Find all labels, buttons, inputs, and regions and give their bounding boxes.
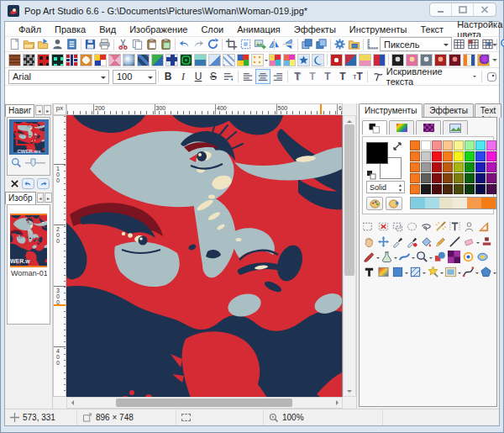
- text-tool-icon[interactable]: [362, 266, 376, 279]
- hatch-fill-icon[interactable]: [408, 266, 423, 279]
- text-size-button[interactable]: тT: [350, 69, 365, 84]
- scroll-right-arrow[interactable]: [332, 398, 342, 408]
- palette-swatch[interactable]: [465, 140, 475, 150]
- effect-glass-ball[interactable]: [123, 54, 135, 66]
- pencil-icon[interactable]: [433, 235, 448, 249]
- undo-arrow-icon[interactable]: [22, 178, 34, 189]
- nav-scroll-right[interactable]: ▸: [44, 105, 51, 115]
- move-icon[interactable]: [376, 235, 391, 249]
- effect-swirl-purple[interactable]: [477, 54, 490, 66]
- fill-style-select[interactable]: Solid ▲▼: [366, 181, 405, 193]
- pattern-icon[interactable]: [447, 251, 461, 264]
- title-bar[interactable]: Pop Art Studio 6.6 - G:\Documents\Pictur…: [1, 1, 503, 21]
- navigation-tab[interactable]: Навиг: [5, 104, 34, 117]
- palette-swatch[interactable]: [465, 173, 475, 183]
- undo-icon[interactable]: [177, 37, 192, 51]
- swap-colors-icon[interactable]: [391, 140, 403, 152]
- effect-frame[interactable]: [80, 54, 92, 66]
- palette-swatch[interactable]: [486, 151, 496, 161]
- file-blue-icon[interactable]: [65, 37, 79, 51]
- effect-checker-dark[interactable]: [23, 54, 35, 66]
- font-size-select[interactable]: 100: [113, 70, 156, 84]
- copy-icon[interactable]: [130, 37, 144, 51]
- target-icon[interactable]: [461, 251, 475, 264]
- paste-icon[interactable]: [144, 37, 159, 51]
- photo-frame-icon[interactable]: [444, 266, 458, 279]
- select-rect-icon[interactable]: [362, 220, 376, 234]
- image-list-item[interactable]: WER.w Woman-019: [10, 214, 47, 277]
- palette-swatch[interactable]: [465, 162, 475, 172]
- tab-Эффекты[interactable]: Эффекты: [423, 103, 473, 118]
- rect-fill-icon[interactable]: [391, 266, 405, 279]
- vertical-scrollbar[interactable]: [343, 115, 356, 397]
- effect-dot-grid[interactable]: [251, 54, 264, 66]
- print-icon[interactable]: [97, 37, 112, 51]
- recent-color[interactable]: [439, 198, 454, 209]
- effect-moon[interactable]: [312, 54, 324, 66]
- palette-swatch[interactable]: [486, 162, 496, 172]
- artistic-brush-icon[interactable]: [397, 251, 412, 264]
- redo-arrow-icon[interactable]: [37, 178, 50, 189]
- grid-icon[interactable]: [452, 37, 466, 51]
- lasso-icon[interactable]: [419, 220, 433, 234]
- palette-swatch[interactable]: [432, 162, 442, 172]
- toolbar-overflow[interactable]: [491, 39, 498, 50]
- random-button[interactable]: [484, 69, 499, 84]
- palette-swatch[interactable]: [465, 151, 475, 161]
- shape-ellipse-icon[interactable]: [475, 251, 490, 264]
- underline-button[interactable]: U: [191, 69, 206, 84]
- palette-swatch[interactable]: [421, 140, 431, 150]
- color-sample-icon[interactable]: [405, 235, 419, 249]
- effect-dots-teal[interactable]: [51, 54, 64, 66]
- palette-swatch[interactable]: [454, 173, 464, 183]
- line-icon[interactable]: [448, 235, 462, 249]
- effect-diamond-pink[interactable]: [108, 54, 121, 66]
- palette-swatch[interactable]: [475, 173, 486, 183]
- user-icon[interactable]: [50, 37, 65, 51]
- palette-swatch[interactable]: [421, 173, 431, 183]
- layers-2-icon[interactable]: [314, 37, 328, 51]
- palette-swatch[interactable]: [465, 184, 475, 194]
- palette-swatch-orange[interactable]: [410, 140, 420, 150]
- menu-Эффекты[interactable]: Эффекты: [287, 23, 343, 36]
- save-icon[interactable]: [83, 37, 97, 51]
- effect-marilyn-yellow[interactable]: [359, 54, 371, 66]
- effect-spiral-green[interactable]: [180, 54, 192, 66]
- close-button[interactable]: [474, 3, 496, 16]
- gear-icon[interactable]: [333, 37, 347, 51]
- curve-icon[interactable]: [461, 266, 475, 279]
- paste-image-icon[interactable]: [159, 37, 173, 51]
- effect-face-dark[interactable]: [391, 54, 404, 66]
- gradient-icon[interactable]: [376, 266, 391, 279]
- effect-x-lattice[interactable]: [223, 54, 235, 66]
- recent-color[interactable]: [411, 198, 425, 209]
- palette-save-button[interactable]: [386, 197, 402, 210]
- color-tab[interactable]: [362, 120, 387, 135]
- effect-face-darkred[interactable]: [449, 54, 461, 66]
- palette-swatch[interactable]: [486, 173, 496, 183]
- cut-icon[interactable]: [116, 37, 130, 51]
- effect-cross-navy[interactable]: [165, 54, 178, 66]
- layers-icon[interactable]: [300, 37, 314, 51]
- horizontal-scrollbar[interactable]: [66, 397, 343, 409]
- palette-swatch[interactable]: [443, 162, 453, 172]
- effect-face-redblue[interactable]: [373, 54, 386, 66]
- gradient-tab[interactable]: [389, 120, 414, 135]
- redo-icon[interactable]: [192, 37, 206, 51]
- select-person-icon[interactable]: [462, 220, 476, 234]
- navigation-viewport[interactable]: [16, 124, 34, 145]
- texture-tab[interactable]: [443, 120, 468, 135]
- images-tab[interactable]: Изобр: [5, 192, 36, 204]
- minimize-button[interactable]: [430, 3, 452, 16]
- pattern-tab[interactable]: [416, 120, 441, 135]
- pixel-unit-select[interactable]: Пиксель: [380, 37, 452, 51]
- stamp-icon[interactable]: [480, 235, 494, 249]
- flip-v-icon[interactable]: [281, 37, 296, 51]
- vertical-scroll-thumb[interactable]: [344, 124, 354, 276]
- effect-dots-red[interactable]: [37, 54, 50, 66]
- eraser-icon[interactable]: [462, 235, 476, 249]
- text-shadow-button[interactable]: T: [305, 69, 320, 84]
- effect-blue-figure[interactable]: [344, 54, 357, 66]
- effect-photo[interactable]: [194, 54, 207, 66]
- set-square-icon[interactable]: [476, 220, 491, 234]
